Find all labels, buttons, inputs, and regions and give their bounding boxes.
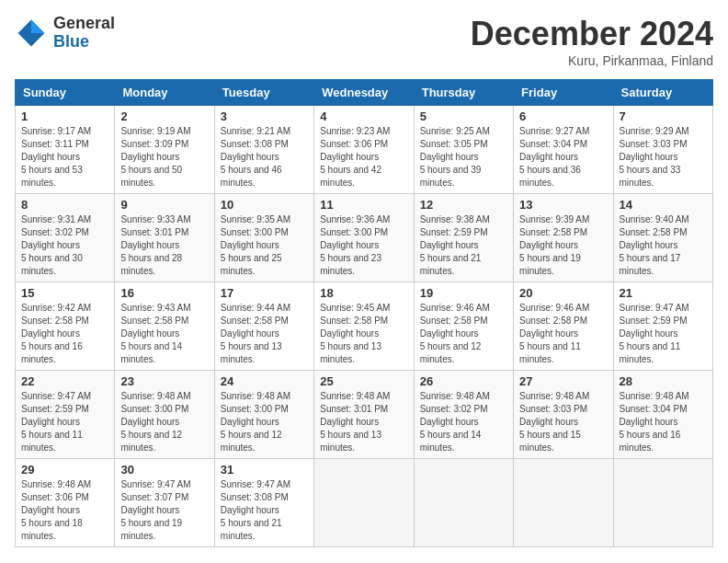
calendar-week-5: 29 Sunrise: 9:48 AM Sunset: 3:06 PM Dayl… (16, 459, 713, 547)
day-info: Sunrise: 9:39 AM Sunset: 2:58 PM Dayligh… (519, 213, 607, 278)
header-thursday: Thursday (414, 80, 513, 106)
day-number: 6 (519, 109, 607, 123)
day-number: 3 (221, 109, 308, 123)
calendar-cell: 28 Sunrise: 9:48 AM Sunset: 3:04 PM Dayl… (613, 371, 712, 459)
day-number: 1 (21, 109, 108, 123)
day-info: Sunrise: 9:40 AM Sunset: 2:58 PM Dayligh… (620, 213, 707, 278)
calendar-cell: 26 Sunrise: 9:48 AM Sunset: 3:02 PM Dayl… (414, 371, 513, 459)
logo-blue: Blue (53, 33, 115, 52)
day-info: Sunrise: 9:48 AM Sunset: 3:02 PM Dayligh… (420, 390, 507, 454)
calendar-cell: 24 Sunrise: 9:48 AM Sunset: 3:00 PM Dayl… (214, 371, 313, 459)
day-info: Sunrise: 9:48 AM Sunset: 3:06 PM Dayligh… (21, 478, 108, 543)
calendar-cell (514, 459, 613, 547)
title-block: December 2024 Kuru, Pirkanmaa, Finland (471, 15, 713, 68)
calendar-cell: 22 Sunrise: 9:47 AM Sunset: 2:59 PM Dayl… (16, 371, 115, 459)
calendar-cell: 4 Sunrise: 9:23 AM Sunset: 3:06 PM Dayli… (314, 106, 414, 194)
calendar-week-4: 22 Sunrise: 9:47 AM Sunset: 2:59 PM Dayl… (16, 371, 713, 459)
day-info: Sunrise: 9:47 AM Sunset: 2:59 PM Dayligh… (21, 390, 108, 454)
page-header: General Blue December 2024 Kuru, Pirkanm… (15, 15, 713, 68)
day-number: 7 (620, 109, 707, 123)
day-number: 4 (320, 109, 407, 123)
day-number: 23 (120, 374, 208, 388)
day-info: Sunrise: 9:48 AM Sunset: 3:03 PM Dayligh… (519, 390, 607, 454)
calendar-cell: 11 Sunrise: 9:36 AM Sunset: 3:00 PM Dayl… (314, 194, 414, 282)
calendar-table: Sunday Monday Tuesday Wednesday Thursday… (15, 79, 713, 547)
day-info: Sunrise: 9:45 AM Sunset: 2:58 PM Dayligh… (320, 302, 407, 366)
calendar-header: Sunday Monday Tuesday Wednesday Thursday… (16, 80, 713, 106)
calendar-cell: 29 Sunrise: 9:48 AM Sunset: 3:06 PM Dayl… (16, 459, 115, 547)
day-info: Sunrise: 9:35 AM Sunset: 3:00 PM Dayligh… (221, 213, 308, 278)
header-monday: Monday (115, 80, 214, 106)
calendar-cell: 21 Sunrise: 9:47 AM Sunset: 2:59 PM Dayl… (613, 282, 712, 371)
calendar-cell: 16 Sunrise: 9:43 AM Sunset: 2:58 PM Dayl… (115, 282, 214, 371)
day-info: Sunrise: 9:47 AM Sunset: 2:59 PM Dayligh… (620, 302, 707, 366)
day-info: Sunrise: 9:27 AM Sunset: 3:04 PM Dayligh… (519, 125, 607, 190)
day-info: Sunrise: 9:23 AM Sunset: 3:06 PM Dayligh… (320, 125, 407, 190)
calendar-cell: 2 Sunrise: 9:19 AM Sunset: 3:09 PM Dayli… (115, 106, 214, 194)
calendar-cell: 18 Sunrise: 9:45 AM Sunset: 2:58 PM Dayl… (314, 282, 414, 371)
logo-icon (15, 17, 48, 50)
day-number: 31 (221, 463, 308, 477)
day-number: 16 (120, 286, 208, 300)
calendar-cell: 5 Sunrise: 9:25 AM Sunset: 3:05 PM Dayli… (414, 106, 513, 194)
day-number: 26 (420, 374, 507, 388)
day-number: 19 (420, 286, 507, 300)
calendar-cell: 12 Sunrise: 9:38 AM Sunset: 2:59 PM Dayl… (414, 194, 513, 282)
day-info: Sunrise: 9:48 AM Sunset: 3:01 PM Dayligh… (320, 390, 407, 454)
day-number: 13 (519, 198, 607, 212)
day-info: Sunrise: 9:25 AM Sunset: 3:05 PM Dayligh… (420, 125, 507, 190)
day-info: Sunrise: 9:42 AM Sunset: 2:58 PM Dayligh… (21, 302, 108, 366)
calendar-cell: 6 Sunrise: 9:27 AM Sunset: 3:04 PM Dayli… (514, 106, 613, 194)
day-number: 20 (519, 286, 607, 300)
month-title: December 2024 (471, 15, 713, 53)
day-number: 30 (120, 463, 208, 477)
calendar-cell: 19 Sunrise: 9:46 AM Sunset: 2:58 PM Dayl… (414, 282, 513, 371)
day-info: Sunrise: 9:29 AM Sunset: 3:03 PM Dayligh… (620, 125, 707, 190)
calendar-cell: 25 Sunrise: 9:48 AM Sunset: 3:01 PM Dayl… (314, 371, 414, 459)
day-number: 15 (21, 286, 108, 300)
calendar-cell: 1 Sunrise: 9:17 AM Sunset: 3:11 PM Dayli… (16, 106, 115, 194)
day-info: Sunrise: 9:17 AM Sunset: 3:11 PM Dayligh… (21, 125, 108, 190)
calendar-cell (314, 459, 414, 547)
calendar-cell: 27 Sunrise: 9:48 AM Sunset: 3:03 PM Dayl… (514, 371, 613, 459)
header-row: Sunday Monday Tuesday Wednesday Thursday… (16, 80, 713, 106)
day-info: Sunrise: 9:47 AM Sunset: 3:08 PM Dayligh… (221, 478, 308, 543)
day-info: Sunrise: 9:31 AM Sunset: 3:02 PM Dayligh… (21, 213, 108, 278)
day-number: 11 (320, 198, 407, 212)
day-info: Sunrise: 9:36 AM Sunset: 3:00 PM Dayligh… (320, 213, 407, 278)
day-number: 17 (221, 286, 308, 300)
calendar-cell (414, 459, 513, 547)
svg-marker-1 (31, 19, 44, 32)
calendar-cell: 7 Sunrise: 9:29 AM Sunset: 3:03 PM Dayli… (613, 106, 712, 194)
day-number: 27 (519, 374, 607, 388)
day-info: Sunrise: 9:46 AM Sunset: 2:58 PM Dayligh… (519, 302, 607, 366)
day-info: Sunrise: 9:21 AM Sunset: 3:08 PM Dayligh… (221, 125, 308, 190)
header-friday: Friday (514, 80, 613, 106)
calendar-cell: 31 Sunrise: 9:47 AM Sunset: 3:08 PM Dayl… (214, 459, 313, 547)
day-info: Sunrise: 9:44 AM Sunset: 2:58 PM Dayligh… (221, 302, 308, 366)
logo: General Blue (15, 15, 115, 52)
day-number: 10 (221, 198, 308, 212)
header-wednesday: Wednesday (314, 80, 414, 106)
day-info: Sunrise: 9:46 AM Sunset: 2:58 PM Dayligh… (420, 302, 507, 366)
calendar-cell: 23 Sunrise: 9:48 AM Sunset: 3:00 PM Dayl… (115, 371, 214, 459)
calendar-week-3: 15 Sunrise: 9:42 AM Sunset: 2:58 PM Dayl… (16, 282, 713, 371)
day-number: 5 (420, 109, 507, 123)
day-number: 24 (221, 374, 308, 388)
day-info: Sunrise: 9:48 AM Sunset: 3:00 PM Dayligh… (120, 390, 208, 454)
day-number: 2 (120, 109, 208, 123)
day-number: 25 (320, 374, 407, 388)
calendar-cell: 3 Sunrise: 9:21 AM Sunset: 3:08 PM Dayli… (214, 106, 313, 194)
day-number: 12 (420, 198, 507, 212)
day-number: 29 (21, 463, 108, 477)
calendar-cell: 14 Sunrise: 9:40 AM Sunset: 2:58 PM Dayl… (613, 194, 712, 282)
calendar-cell: 13 Sunrise: 9:39 AM Sunset: 2:58 PM Dayl… (514, 194, 613, 282)
calendar-cell: 10 Sunrise: 9:35 AM Sunset: 3:00 PM Dayl… (214, 194, 313, 282)
calendar-cell: 30 Sunrise: 9:47 AM Sunset: 3:07 PM Dayl… (115, 459, 214, 547)
day-info: Sunrise: 9:48 AM Sunset: 3:00 PM Dayligh… (221, 390, 308, 454)
location: Kuru, Pirkanmaa, Finland (471, 53, 713, 68)
calendar-week-1: 1 Sunrise: 9:17 AM Sunset: 3:11 PM Dayli… (16, 106, 713, 194)
day-info: Sunrise: 9:47 AM Sunset: 3:07 PM Dayligh… (120, 478, 208, 543)
calendar-cell: 20 Sunrise: 9:46 AM Sunset: 2:58 PM Dayl… (514, 282, 613, 371)
calendar-cell: 9 Sunrise: 9:33 AM Sunset: 3:01 PM Dayli… (115, 194, 214, 282)
